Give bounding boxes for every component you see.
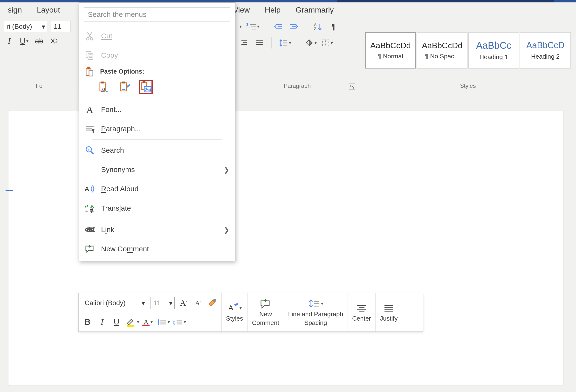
- style-sample: AaBbCc: [476, 40, 512, 51]
- menu-new-comment[interactable]: New Comment: [79, 239, 235, 259]
- svg-point-72: [158, 319, 159, 321]
- shading-button[interactable]: ▾: [305, 37, 317, 49]
- mini-font-section: Calibri (Body) ▾ 11 ▾ Aˆ Aˇ B I U: [79, 293, 222, 332]
- svg-line-30: [87, 32, 91, 38]
- shrink-font-button[interactable]: Aˇ: [193, 297, 203, 309]
- styles-group-label: Styles: [460, 83, 476, 89]
- paragraph-dialog-launcher[interactable]: [349, 83, 355, 90]
- font-a-icon: A: [85, 104, 95, 115]
- comment-icon: [260, 299, 271, 309]
- svg-text:a: a: [86, 209, 87, 212]
- style-sample: AaBbCcDd: [422, 41, 462, 50]
- decrease-indent-button[interactable]: [273, 21, 284, 32]
- grow-font-button[interactable]: Aˆ: [178, 297, 189, 309]
- svg-text:3: 3: [173, 323, 175, 326]
- mini-font-color-button[interactable]: A ▾: [143, 316, 154, 329]
- mini-center-button[interactable]: Center: [348, 293, 375, 332]
- style-heading-1[interactable]: AaBbCc Heading 1: [468, 32, 519, 68]
- line-spacing-button[interactable]: ▾: [278, 37, 291, 49]
- svg-rect-69: [213, 299, 216, 302]
- menu-font[interactable]: A FFont...ont...: [79, 100, 235, 119]
- style-sample: AaBbCcDd: [370, 41, 411, 50]
- paste-options-label: Paste Options:: [100, 68, 144, 75]
- svg-text:A: A: [314, 22, 317, 27]
- caret-down-icon: ▾: [42, 23, 45, 31]
- menu-synonyms[interactable]: Synonyms ❯: [79, 160, 235, 179]
- mini-italic-button[interactable]: I: [96, 316, 108, 329]
- subscript-button[interactable]: X2: [49, 35, 59, 47]
- tab-design[interactable]: sign: [1, 4, 29, 16]
- strikethrough-button[interactable]: ab: [34, 35, 44, 47]
- svg-rect-44: [106, 91, 108, 92]
- mini-new-comment-button[interactable]: New Comment: [248, 293, 284, 332]
- menu-paste-options-header: Paste Options:: [79, 65, 235, 78]
- align-right-button[interactable]: [238, 37, 249, 49]
- mini-font-name-combo[interactable]: Calibri (Body) ▾: [82, 297, 147, 309]
- tab-grammarly[interactable]: Grammarly: [289, 4, 340, 16]
- svg-rect-71: [142, 325, 149, 326]
- blank-icon: [85, 165, 95, 175]
- mini-font-name-value: Calibri (Body): [85, 299, 126, 307]
- mini-justify-button[interactable]: Justify: [375, 293, 402, 332]
- menu-search[interactable]: i Search: [79, 141, 235, 160]
- borders-button[interactable]: ▾: [321, 37, 333, 49]
- multilevel-list-button[interactable]: 1 ▾: [247, 21, 259, 32]
- comment-icon: [85, 244, 95, 254]
- menu-translate[interactable]: ⇄ a あ 字 Translate: [79, 199, 235, 218]
- style-normal[interactable]: AaBbCcDd Normal: [365, 32, 416, 68]
- line-spacing-icon: ▾: [308, 299, 323, 309]
- increase-indent-button[interactable]: [288, 21, 299, 32]
- justify-button[interactable]: [254, 37, 265, 49]
- mini-numbering-button[interactable]: 1 2 3▾: [173, 316, 186, 329]
- svg-text:i: i: [88, 147, 89, 151]
- mini-underline-button[interactable]: U: [111, 316, 122, 329]
- font-size-combo[interactable]: 11: [51, 21, 70, 32]
- svg-point-76: [158, 323, 159, 325]
- svg-text:⇄: ⇄: [85, 204, 88, 208]
- show-marks-button[interactable]: ¶: [328, 21, 339, 32]
- paste-merge-formatting-button[interactable]: [118, 80, 132, 94]
- mini-line-spacing-button[interactable]: ▾ Line and Paragraph Spacing: [284, 293, 348, 332]
- align-justify-icon: [383, 303, 394, 313]
- menu-search-input[interactable]: Search the menus: [84, 7, 230, 22]
- sort-button[interactable]: A Z: [313, 21, 323, 32]
- mini-new-comment-line2: Comment: [252, 319, 279, 326]
- style-heading-2[interactable]: AaBbCcD Heading 2: [520, 32, 571, 68]
- italic-button[interactable]: I: [4, 35, 14, 47]
- paste-keep-source-button[interactable]: a: [97, 80, 111, 94]
- mini-bold-button[interactable]: B: [82, 316, 93, 329]
- svg-text:a: a: [102, 86, 105, 91]
- style-no-spacing[interactable]: AaBbCcDd No Spac...: [417, 32, 467, 68]
- styles-group: AaBbCcDd Normal AaBbCcDd No Spac... AaBb…: [360, 18, 576, 91]
- caret-down-icon: ▾: [169, 299, 173, 307]
- menu-read-aloud-label: Read Aloud: [101, 185, 139, 193]
- underline-button[interactable]: U▾: [19, 35, 29, 47]
- paragraph-group-label: Paragraph: [284, 83, 311, 89]
- mini-highlight-button[interactable]: ▾: [125, 316, 139, 329]
- mini-spacing-line1: Line and Paragraph: [288, 310, 343, 318]
- tab-help[interactable]: Help: [258, 4, 288, 16]
- mini-center-label: Center: [352, 315, 371, 322]
- read-aloud-icon: A: [85, 184, 95, 194]
- style-sample: AaBbCcD: [526, 40, 564, 50]
- svg-point-28: [90, 38, 93, 40]
- menu-read-aloud[interactable]: A Read Aloud: [79, 179, 235, 199]
- mini-font-size-combo[interactable]: 11 ▾: [150, 297, 175, 309]
- menu-search-label: Search: [101, 146, 124, 154]
- svg-rect-42: [101, 91, 103, 92]
- svg-rect-38: [89, 71, 93, 76]
- svg-rect-49: [143, 81, 145, 83]
- paste-picture-button[interactable]: [139, 80, 153, 94]
- mini-bullets-button[interactable]: ▾: [157, 316, 170, 329]
- mini-styles-button[interactable]: A ▾ Styles: [222, 293, 248, 332]
- menu-paragraph[interactable]: ¶ Paragraph...: [79, 119, 235, 138]
- menu-link[interactable]: Link ❯: [79, 220, 235, 239]
- tab-layout[interactable]: Layout: [30, 4, 67, 16]
- caret-down-icon: ▾: [142, 299, 145, 307]
- mini-new-comment-line1: New: [259, 310, 272, 318]
- format-painter-button[interactable]: [207, 297, 218, 309]
- caret-down-icon: ▾: [239, 24, 242, 29]
- svg-line-29: [88, 32, 92, 38]
- context-menu: Search the menus Cut Copy Paste Options:: [79, 2, 235, 261]
- font-name-combo[interactable]: ri (Body) ▾: [4, 21, 47, 32]
